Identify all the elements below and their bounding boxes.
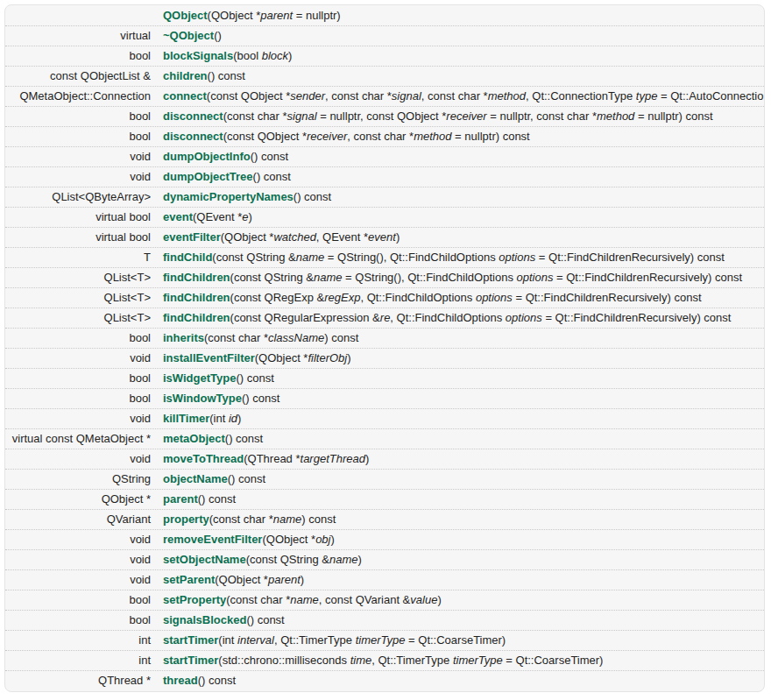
signature-text: () const (198, 492, 236, 506)
signature-cell: children() const (157, 67, 764, 86)
signature-text: = Qt::AutoConnection) const (657, 89, 764, 103)
parameter-name: parent (268, 573, 301, 586)
signature-text: , const char * (421, 89, 488, 103)
signature-text: ) (237, 412, 241, 425)
member-function-link[interactable]: findChildren (163, 311, 230, 324)
member-function-link[interactable]: findChildren (163, 291, 230, 304)
member-function-link[interactable]: setProperty (163, 593, 226, 606)
member-function-link[interactable]: metaObject (163, 432, 225, 445)
member-function-link[interactable]: inherits (163, 331, 204, 344)
signature-text: ) (330, 533, 334, 546)
signature-text: (const char * (226, 593, 290, 606)
member-function-link[interactable]: event (163, 210, 193, 223)
signature-text: (const QString & (230, 271, 314, 284)
member-function-link[interactable]: dumpObjectTree (163, 170, 253, 183)
table-row: QObject(QObject *parent = nullptr) (5, 6, 764, 26)
signature-text: () const (253, 170, 291, 183)
member-function-link[interactable]: blockSignals (163, 49, 233, 62)
member-function-link[interactable]: parent (163, 492, 198, 506)
member-function-link[interactable]: property (163, 513, 209, 526)
signature-cell: dumpObjectTree() const (157, 167, 764, 187)
signature-text: (int (209, 412, 229, 425)
member-function-link[interactable]: ~QObject (163, 29, 214, 42)
member-function-link[interactable]: killTimer (163, 412, 209, 425)
member-function-link[interactable]: setParent (163, 573, 215, 586)
signature-cell: disconnect(const QObject *receiver, cons… (157, 127, 764, 146)
signature-cell: killTimer(int id) (157, 409, 764, 428)
return-type-cell: QList<QByteArray> (5, 187, 157, 207)
parameter-name: re (380, 311, 391, 324)
signature-text: (QObject * (262, 533, 315, 546)
signature-cell: dynamicPropertyNames() const (157, 187, 764, 207)
signature-text: = Qt::FindChildrenRecursively) const (553, 271, 742, 284)
signature-text: (const QString & (246, 553, 329, 566)
parameter-name: block (262, 49, 288, 62)
member-function-link[interactable]: dumpObjectInfo (163, 150, 251, 163)
signature-text: ) (347, 351, 350, 364)
return-type-cell: virtual bool (5, 208, 157, 227)
signature-cell: QObject(QObject *parent = nullptr) (157, 6, 764, 25)
member-function-link[interactable]: startTimer (163, 654, 218, 667)
signature-text: ) (358, 553, 362, 566)
member-function-link[interactable]: children (163, 69, 208, 82)
table-row: virtual booleventFilter(QObject *watched… (5, 228, 764, 248)
member-function-link[interactable]: findChildren (163, 271, 230, 284)
signature-cell: inherits(const char *className) const (157, 329, 764, 348)
signature-cell: parent() const (157, 490, 764, 509)
parameter-name: filterObj (308, 351, 347, 364)
table-row: boolisWidgetType() const (5, 369, 764, 389)
return-type-cell: void (5, 449, 157, 469)
return-type-cell: const QObjectList & (5, 67, 157, 86)
signature-text: () const (198, 674, 236, 687)
member-function-link[interactable]: dynamicPropertyNames (163, 190, 294, 203)
member-function-link[interactable]: eventFilter (163, 230, 221, 244)
signature-cell: thread() const (157, 671, 764, 690)
table-row: voidmoveToThread(QThread *targetThread) (5, 449, 764, 470)
return-type-cell: QThread * (5, 671, 157, 690)
signature-text: = nullptr) (293, 9, 341, 22)
member-function-link[interactable]: installEventFilter (163, 351, 255, 364)
signature-cell: findChildren(const QString &name = QStri… (157, 268, 764, 287)
return-type-cell: void (5, 550, 157, 569)
return-type-cell: bool (5, 46, 157, 66)
signature-text: , const QVariant & (319, 593, 411, 606)
member-function-link[interactable]: disconnect (163, 130, 223, 143)
return-type-cell: virtual bool (5, 228, 157, 247)
signature-cell: event(QEvent *e) (157, 208, 764, 227)
signature-text: (const char * (223, 110, 287, 123)
signature-text: ) (365, 452, 369, 465)
member-function-link[interactable]: startTimer (163, 633, 218, 647)
signature-text: , QEvent * (316, 230, 368, 244)
signature-text: (QObject * (215, 573, 268, 586)
member-function-link[interactable]: isWidgetType (163, 371, 236, 385)
signature-text: = nullptr, const char * (487, 110, 597, 123)
parameter-name: options (517, 271, 554, 284)
member-function-link[interactable]: connect (163, 89, 207, 103)
member-function-link[interactable]: isWindowType (163, 392, 242, 405)
member-function-link[interactable]: thread (163, 674, 198, 687)
member-function-link[interactable]: findChild (163, 251, 212, 264)
signature-text: (QEvent * (193, 210, 242, 223)
member-function-link[interactable]: disconnect (163, 110, 223, 123)
signature-cell: moveToThread(QThread *targetThread) (157, 449, 764, 469)
signature-text: ) (437, 593, 441, 606)
signature-text: = Qt::FindChildrenRecursively) const (513, 291, 702, 304)
signature-text: (QObject * (221, 230, 274, 244)
table-row: voidinstallEventFilter(QObject *filterOb… (5, 349, 764, 369)
signature-text: (std::chrono::milliseconds (218, 654, 350, 667)
signature-cell: startTimer(std::chrono::milliseconds tim… (157, 651, 764, 670)
member-function-link[interactable]: moveToThread (163, 452, 244, 465)
member-function-link[interactable]: QObject (163, 9, 208, 22)
table-row: boolsetProperty(const char *name, const … (5, 590, 764, 611)
signature-text: = nullptr) const (452, 130, 530, 143)
table-row: QStringobjectName() const (5, 470, 764, 490)
signature-text: = Qt::FindChildrenRecursively) const (535, 251, 725, 264)
member-function-link[interactable]: setObjectName (163, 553, 246, 566)
return-type-cell: QList<T> (5, 308, 157, 328)
member-function-link[interactable]: objectName (163, 472, 228, 485)
return-type-cell: virtual const QMetaObject * (5, 429, 157, 449)
member-function-link[interactable]: removeEventFilter (163, 533, 262, 546)
member-function-link[interactable]: signalsBlocked (163, 613, 246, 626)
signature-text: ) (301, 573, 304, 586)
signature-cell: objectName() const (157, 470, 764, 489)
